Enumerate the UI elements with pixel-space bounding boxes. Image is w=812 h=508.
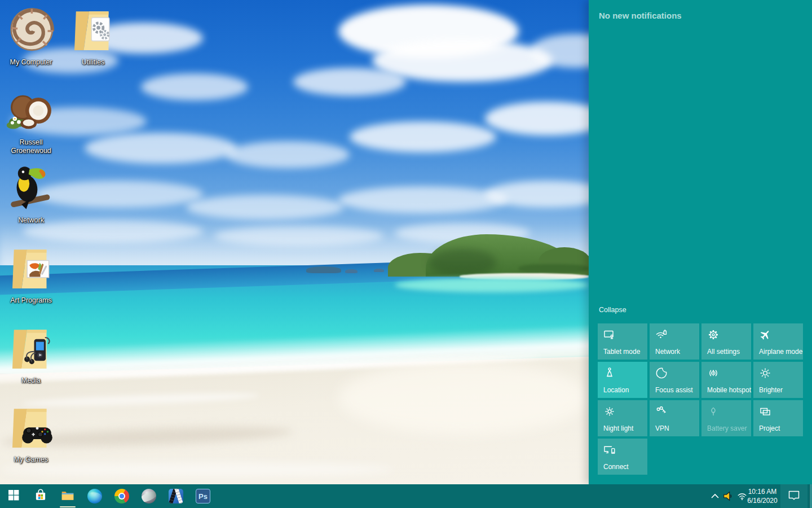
quick-actions-grid: Tablet mode Network: [598, 323, 803, 475]
quick-action-label: Tablet mode: [603, 348, 640, 356]
cloud: [85, 133, 237, 164]
file-explorer-button[interactable]: [54, 484, 81, 508]
quick-action-tablet-mode[interactable]: Tablet mode: [598, 323, 647, 360]
quick-action-airplane-mode[interactable]: Airplane mode: [753, 323, 803, 360]
clock-date: 6/16/2020: [745, 497, 779, 506]
video-converter-icon: [169, 489, 183, 503]
island-shadow: [429, 248, 496, 277]
desktop-icon-label: Art Programs: [4, 296, 58, 305]
notification-bubble-icon: [787, 488, 801, 504]
desktop-icon-label: My Computer: [4, 58, 58, 67]
collapse-link[interactable]: Collapse: [599, 306, 626, 314]
battery-saver-icon: [707, 405, 720, 418]
video-converter-button[interactable]: [162, 484, 189, 508]
start-button[interactable]: [0, 484, 27, 508]
sun-icon: [758, 366, 772, 380]
toucan-icon: [4, 163, 58, 214]
quick-action-vpn[interactable]: VPN: [650, 400, 699, 436]
tablet-mode-icon: [603, 328, 616, 341]
taskbar: Ps 10:16 AM 6/16/2020: [0, 484, 812, 508]
art-folder-icon: [4, 243, 58, 295]
chrome-icon: [114, 489, 129, 503]
file-explorer-icon: [60, 488, 75, 505]
quick-action-label: Project: [759, 424, 780, 432]
media-player-icon: [142, 489, 156, 503]
action-center-panel: No new notifications Collapse Tablet mod…: [589, 0, 812, 484]
location-icon: [603, 366, 616, 380]
quick-action-network[interactable]: Network: [650, 323, 699, 360]
quick-action-battery-saver[interactable]: Battery saver: [701, 400, 751, 436]
photoshop-icon: Ps: [196, 489, 210, 503]
quick-action-location[interactable]: Location: [598, 362, 647, 398]
photoshop-button[interactable]: Ps: [189, 484, 217, 508]
quick-action-label: Airplane mode: [759, 348, 802, 356]
quick-action-connect[interactable]: Connect: [598, 439, 647, 475]
hotspot-icon: [707, 366, 720, 380]
distant-island: [374, 269, 384, 272]
edge-icon: [87, 489, 102, 503]
island-shallows: [395, 278, 589, 292]
quick-action-focus-assist[interactable]: Focus assist: [650, 362, 699, 398]
desktop-icon-network[interactable]: Network: [4, 163, 58, 225]
quick-action-label: Mobile hotspot: [707, 386, 751, 394]
cloud: [338, 186, 508, 213]
cloud: [141, 73, 248, 100]
desktop-icon-label: My Games: [4, 456, 58, 464]
volume-icon[interactable]: [722, 491, 734, 502]
media-folder-icon: [4, 323, 58, 375]
desktop-icon-label: Network: [4, 216, 58, 225]
quick-action-night-light[interactable]: Night light: [598, 400, 647, 436]
taskbar-clock[interactable]: 10:16 AM 6/16/2020: [745, 488, 779, 505]
wet-sand-streak: [0, 463, 395, 476]
desktop-icon-art-programs[interactable]: Art Programs: [4, 243, 58, 305]
desktop-icon-media[interactable]: Media: [4, 323, 58, 385]
island-vegetation: [519, 264, 589, 273]
desktop-icon-utilities[interactable]: Utilities: [66, 5, 120, 67]
screen: My Computer Utilities: [0, 0, 812, 508]
shell-icon: [4, 5, 58, 56]
desktop-icon-my-computer[interactable]: My Computer: [4, 5, 58, 67]
cloud: [34, 181, 203, 208]
games-folder-icon: [4, 402, 58, 454]
quick-action-brighter[interactable]: Brighter: [753, 362, 803, 398]
vpn-icon: [655, 405, 668, 418]
airplane-icon: [758, 328, 772, 341]
quick-action-label: Network: [655, 348, 680, 356]
active-app-indicator: [60, 506, 76, 508]
quick-action-label: Focus assist: [655, 386, 693, 394]
clock-time: 10:16 AM: [745, 488, 779, 497]
quick-action-label: Night light: [603, 424, 633, 432]
gear-icon: [707, 328, 720, 341]
media-player-button[interactable]: [135, 484, 162, 508]
utilities-folder-icon: [66, 5, 120, 56]
quick-action-label: VPN: [655, 424, 669, 432]
cloud: [293, 68, 406, 96]
windows-logo-icon: [8, 489, 19, 503]
microsoft-store-button[interactable]: [27, 484, 54, 508]
cloud: [226, 141, 350, 168]
quick-action-all-settings[interactable]: All settings: [701, 323, 751, 360]
coconut-icon: [4, 85, 58, 137]
cloud: [186, 195, 344, 220]
show-desktop-button[interactable]: [809, 484, 812, 508]
chrome-button[interactable]: [108, 484, 135, 508]
cloud: [350, 121, 496, 152]
connect-icon: [603, 443, 616, 457]
distant-island: [345, 269, 358, 273]
quick-action-mobile-hotspot[interactable]: Mobile hotspot: [701, 362, 751, 398]
tray-chevron-icon[interactable]: [709, 491, 721, 502]
photoshop-label: Ps: [198, 492, 208, 501]
desktop-icon-label: Utilities: [66, 58, 120, 67]
quick-action-label: Battery saver: [707, 424, 747, 432]
distant-island: [306, 266, 341, 273]
quick-action-project[interactable]: Project: [753, 400, 803, 436]
taskbar-apps: Ps: [0, 484, 217, 508]
desktop-icon-russell-groenewoud[interactable]: Russell Groenewoud: [4, 85, 58, 155]
desktop-icon-my-games[interactable]: My Games: [4, 402, 58, 464]
action-center-button[interactable]: [780, 484, 807, 508]
quick-action-label: Location: [603, 386, 629, 394]
edge-button[interactable]: [81, 484, 108, 508]
quick-action-label: Connect: [603, 463, 629, 471]
notifications-status: No new notifications: [599, 11, 682, 20]
desktop-icon-label: Media: [4, 376, 58, 385]
